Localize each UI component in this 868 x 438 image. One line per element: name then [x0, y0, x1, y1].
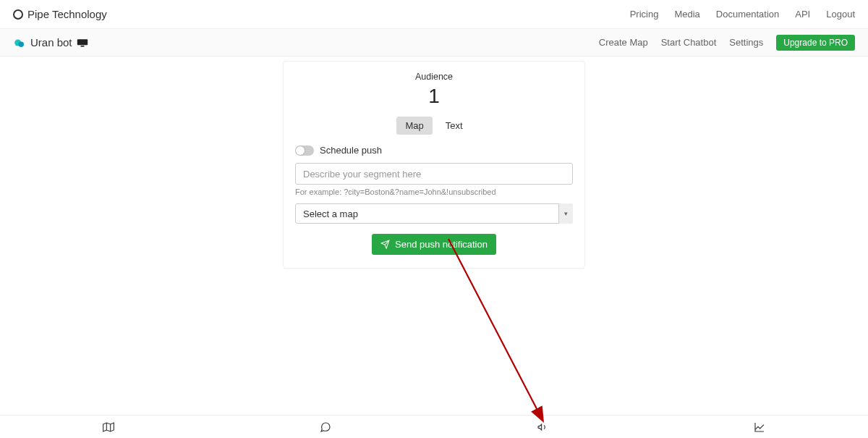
bot-name: Uran bot	[30, 36, 72, 49]
audience-count: 1	[295, 83, 573, 109]
monitor-icon	[77, 38, 88, 47]
sub-actions: Create Map Start Chatbot Settings Upgrad…	[599, 35, 855, 51]
top-nav-links: Pricing Media Documentation API Logout	[630, 9, 855, 20]
sub-navbar: Uran bot Create Map Start Chatbot Settin…	[0, 29, 868, 56]
mode-tabs: Map Text	[295, 117, 573, 135]
tab-map[interactable]: Map	[396, 117, 432, 135]
brand: Pipe Technology	[13, 8, 107, 20]
svg-point-1	[19, 41, 25, 47]
bot-avatar-icon	[13, 36, 26, 49]
brand-text: Pipe Technology	[27, 8, 107, 20]
svg-rect-3	[80, 46, 84, 47]
send-row: Send push notification	[295, 234, 573, 255]
settings-link[interactable]: Settings	[729, 37, 763, 48]
map-select[interactable]: Select a map	[295, 203, 573, 224]
svg-marker-4	[103, 423, 114, 431]
brand-logo-icon	[13, 9, 23, 20]
nav-logout[interactable]: Logout	[826, 9, 855, 20]
svg-rect-2	[77, 39, 87, 45]
bot-identity: Uran bot	[13, 36, 88, 49]
schedule-toggle[interactable]	[295, 146, 314, 156]
schedule-row: Schedule push	[295, 145, 573, 156]
push-panel: Audience 1 Map Text Schedule push For ex…	[283, 61, 585, 269]
chart-icon[interactable]	[754, 421, 765, 433]
map-select-wrapper: Select a map ▾	[295, 203, 573, 224]
tab-text[interactable]: Text	[437, 117, 472, 135]
audience-label: Audience	[295, 72, 573, 82]
chat-icon[interactable]	[320, 421, 331, 433]
toggle-knob	[296, 146, 305, 155]
nav-media[interactable]: Media	[674, 9, 699, 20]
nav-api[interactable]: API	[795, 9, 810, 20]
map-icon[interactable]	[103, 421, 114, 433]
footer-nav	[0, 415, 868, 438]
upgrade-button[interactable]: Upgrade to PRO	[776, 35, 855, 51]
nav-pricing[interactable]: Pricing	[630, 9, 659, 20]
megaphone-icon[interactable]	[537, 421, 548, 433]
schedule-label: Schedule push	[320, 145, 382, 156]
paper-plane-icon	[380, 240, 390, 249]
top-navbar: Pipe Technology Pricing Media Documentat…	[0, 0, 868, 29]
start-chatbot-link[interactable]: Start Chatbot	[661, 37, 717, 48]
send-push-label: Send push notification	[395, 239, 488, 250]
send-push-button[interactable]: Send push notification	[372, 234, 496, 255]
segment-example-hint: For example: ?city=Boston&?name=John&!un…	[295, 188, 573, 196]
create-map-link[interactable]: Create Map	[599, 37, 648, 48]
segment-input[interactable]	[295, 163, 573, 185]
nav-documentation[interactable]: Documentation	[716, 9, 779, 20]
